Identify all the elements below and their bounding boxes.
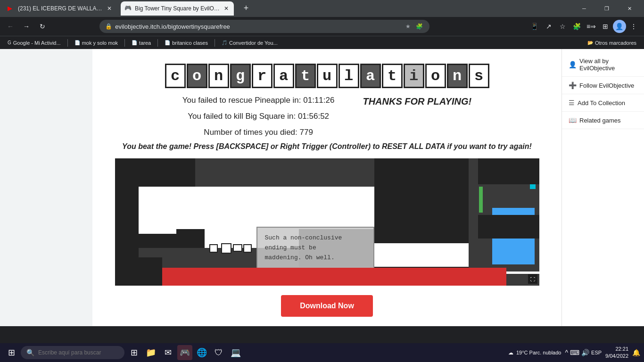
fullscreen-icon[interactable]: ⛶	[528, 274, 537, 284]
extensions-toolbar-icon[interactable]: 🧩	[570, 20, 584, 33]
letter-u: u	[317, 64, 338, 88]
wall-top-left	[139, 158, 195, 187]
game-page: c o n g r a t u l a t i o n s You failed…	[92, 49, 561, 326]
left-floor-block	[115, 257, 162, 286]
title-bar: ▶ (231) EL ICEBERG DE WALLACE Y... ✕ 🎮 B…	[0, 0, 644, 17]
forward-button[interactable]: →	[20, 20, 33, 33]
bookmark-separator-3	[157, 39, 158, 47]
mid-white	[374, 243, 469, 267]
clock-date: 9/04/2022	[605, 353, 628, 360]
tab-youtube-title: (231) EL ICEBERG DE WALLACE Y...	[18, 5, 103, 12]
convertidor-bookmark-icon: 🎵	[222, 40, 227, 45]
tray-volume-icon[interactable]: 🔊	[581, 349, 589, 356]
congrats-title: c o n g r a t u l a t i o n s	[165, 63, 490, 89]
taskbar-search-input[interactable]	[38, 349, 114, 356]
browser-chrome: ▶ (231) EL ICEBERG DE WALLACE Y... ✕ 🎮 B…	[0, 0, 644, 49]
system-tray: ☁ 19°C Parc. nublado	[508, 350, 561, 356]
bookmark-mok-label: mok y solo mok	[82, 40, 118, 46]
save-to-phone-icon[interactable]: 📱	[528, 20, 541, 33]
bookmark-tarea[interactable]: 📄 tarea	[128, 38, 155, 48]
taskbar-app-shield[interactable]: 🛡	[211, 345, 226, 360]
view-all-icon: 👤	[569, 61, 577, 68]
menu-button[interactable]: ⋮	[627, 20, 640, 33]
tray-icons: ^ ⌨ 🔊 ESP	[565, 349, 602, 356]
game-canvas: Such a non-conclusiveending must bemadde…	[115, 158, 539, 286]
taskbar-app-store[interactable]: ✉	[160, 345, 175, 360]
close-button[interactable]: ✕	[619, 0, 640, 17]
taskbar-app-widgets[interactable]: ⊞	[126, 345, 141, 360]
stat3: Number of times you died: 779	[182, 124, 335, 140]
step1	[139, 234, 176, 248]
letter-s: s	[469, 64, 489, 88]
bookmark-mok[interactable]: 📄 mok y solo mok	[71, 38, 122, 48]
tray-keyboard-icon[interactable]: ⌨	[570, 349, 579, 356]
tab-youtube-close[interactable]: ✕	[106, 5, 113, 12]
split-screen-icon[interactable]: ⊞	[599, 20, 612, 33]
profile-button[interactable]: 👤	[613, 20, 626, 33]
toolbar-icons: 📱 ↗ ☆ 🧩 ≡⇒ ⊞ 👤 ⋮	[528, 20, 640, 33]
restore-button[interactable]: ❐	[596, 0, 618, 17]
address-bar: ← → ↻ 🔒 evilobjective.itch.io/bigtowerti…	[0, 17, 644, 36]
letter-o2: o	[425, 64, 446, 88]
clock[interactable]: 22:21 9/04/2022	[605, 346, 628, 360]
tray-up-icon[interactable]: ^	[565, 349, 568, 356]
youtube-favicon: ▶	[8, 5, 15, 12]
follow-button[interactable]: ➕ Follow EvilObjective	[562, 77, 644, 94]
new-tab-button[interactable]: +	[239, 1, 253, 15]
google-bookmark-icon: G	[8, 40, 11, 45]
url-bar[interactable]: 🔒 evilobjective.itch.io/bigtowertinysqua…	[99, 20, 429, 33]
letter-o: o	[187, 64, 207, 88]
letter-n: n	[208, 64, 229, 88]
bookmark-britanico[interactable]: 📄 britanico clases	[161, 38, 212, 48]
itch-favicon: 🎮	[124, 5, 132, 12]
letter-l: l	[339, 64, 359, 88]
bookmark-google[interactable]: G Google - Mi Activid...	[4, 38, 65, 48]
taskbar-search-bar[interactable]: 🔍	[21, 346, 124, 359]
start-button[interactable]: ⊞	[4, 345, 19, 360]
related-games-button[interactable]: 📖 Related games	[562, 112, 644, 129]
download-button[interactable]: Download Now	[281, 295, 373, 317]
bookmark-convertidor-label: Convertidor de You...	[229, 40, 278, 46]
view-all-label: View all by EvilObjective	[579, 58, 637, 72]
send-icon[interactable]: ≡⇒	[585, 20, 598, 33]
beat-game-text: You beat the game! Press [BACKSPACE] or …	[122, 142, 532, 151]
share-icon[interactable]: ↗	[542, 20, 555, 33]
stats-block: You failed to rescue Pineapple in: 01:11…	[182, 92, 335, 140]
url-icons: ★ 🧩	[403, 22, 424, 31]
character-3	[233, 244, 242, 252]
taskbar-app-chrome[interactable]: 🌐	[194, 345, 209, 360]
step2	[176, 229, 205, 248]
tab-itch[interactable]: 🎮 Big Tower Tiny Square by EvilObj... ✕	[121, 1, 234, 16]
thanks-block: THANKS FOR PLAYING!	[363, 92, 471, 107]
taskbar-right: ☁ 19°C Parc. nublado ^ ⌨ 🔊 ESP 22:21 9/0…	[508, 346, 640, 360]
dark-right-top	[478, 158, 539, 184]
view-all-button[interactable]: 👤 View all by EvilObjective	[562, 53, 644, 77]
top-right-block	[374, 158, 469, 243]
add-collection-label: Add To Collection	[578, 99, 625, 107]
bookmark-other[interactable]: 📂 Otros marcadores	[584, 38, 640, 48]
back-button[interactable]: ←	[4, 20, 17, 33]
game-dialog: Such a non-conclusiveending must bemadde…	[256, 227, 374, 269]
tab-youtube[interactable]: ▶ (231) EL ICEBERG DE WALLACE Y... ✕	[4, 1, 117, 16]
tab-itch-close[interactable]: ✕	[223, 5, 230, 12]
bookmark-britanico-label: britanico clases	[172, 40, 208, 46]
add-collection-button[interactable]: ☰ Add To Collection	[562, 94, 644, 112]
taskbar-app-laptop[interactable]: 💻	[228, 345, 243, 360]
bookmark-other-label: Otros marcadores	[595, 40, 636, 46]
related-games-icon: 📖	[569, 116, 577, 124]
notification-icon[interactable]: 🔔	[632, 349, 640, 356]
bookmark-convertidor[interactable]: 🎵 Convertidor de You...	[218, 38, 281, 48]
letter-t1: t	[295, 64, 316, 88]
star-icon[interactable]: ★	[403, 22, 413, 31]
right-sidebar: 👤 View all by EvilObjective ➕ Follow Evi…	[561, 49, 644, 326]
taskbar-app-files[interactable]: 📁	[143, 345, 158, 360]
weather-text: 19°C Parc. nublado	[516, 350, 561, 355]
refresh-button[interactable]: ↻	[36, 20, 49, 33]
bookmarks-bar: G Google - Mi Activid... 📄 mok y solo mo…	[0, 36, 644, 49]
minimize-button[interactable]: ─	[573, 0, 595, 17]
tarea-bookmark-icon: 📄	[132, 40, 137, 45]
extensions-icon[interactable]: 🧩	[414, 22, 424, 31]
letter-i: i	[404, 64, 424, 88]
star-bookmark-icon[interactable]: ☆	[556, 20, 570, 33]
taskbar-app-game[interactable]: 🎮	[177, 345, 192, 360]
